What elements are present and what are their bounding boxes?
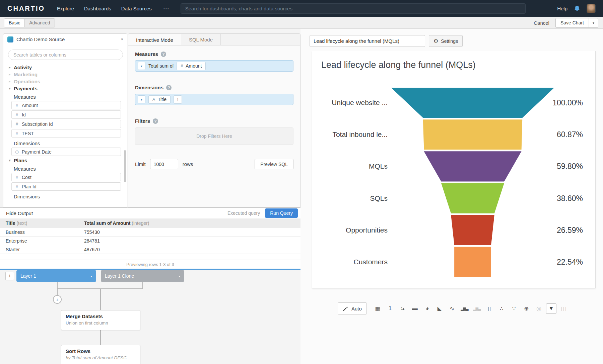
mode-bar: Basic Advanced Cancel Save Chart ▾ xyxy=(0,17,603,29)
table-row[interactable]: Enterprise284781 xyxy=(0,237,300,245)
table-search-input[interactable] xyxy=(8,50,123,60)
nav-dashboards[interactable]: Dashboards xyxy=(84,6,111,11)
heatmap-chart-icon: ◫ xyxy=(558,303,569,314)
layer-tab-layer-1[interactable]: Layer 1 ▾ xyxy=(16,270,96,282)
chevron-down-icon[interactable]: ▾ xyxy=(179,274,180,278)
settings-button[interactable]: ⚙ Settings xyxy=(429,35,463,47)
tree-item-id[interactable]: #Id xyxy=(11,110,121,119)
help-icon[interactable]: ? xyxy=(161,52,166,57)
tree-item-label: Amount xyxy=(22,103,38,108)
table-row[interactable]: Business755430 xyxy=(0,228,300,237)
chevron-right-icon: ▸ xyxy=(8,79,11,84)
dimension-field-name: Title xyxy=(158,97,166,102)
funnel-segment-6[interactable] xyxy=(454,247,491,277)
scrollbar[interactable] xyxy=(124,150,126,182)
cancel-button[interactable]: Cancel xyxy=(534,20,549,26)
chevron-down-icon[interactable]: ▾ xyxy=(90,274,92,278)
step-sort-rows[interactable]: Sort Rows by Total sum of Amount DESC xyxy=(61,345,140,364)
tree-item-amount[interactable]: #Amount xyxy=(11,101,121,109)
help-icon[interactable]: ? xyxy=(166,85,172,90)
dimension-pill[interactable]: ▾ A Title ↑ xyxy=(135,94,293,105)
funnel-segment-2[interactable] xyxy=(423,119,522,150)
nav-data-sources[interactable]: Data Sources xyxy=(121,6,152,11)
tree-group-marketing[interactable]: ▸Marketing xyxy=(3,71,127,78)
limit-input[interactable] xyxy=(150,159,178,169)
tree-section-label: Measures xyxy=(3,92,127,101)
save-chart-button[interactable]: Save Chart xyxy=(556,18,589,27)
run-query-button[interactable]: Run Query xyxy=(265,208,298,218)
step-merge-datasets[interactable]: Merge Datasets Union on first column xyxy=(61,310,140,330)
tree-item-subscription-id[interactable]: #Subscription Id xyxy=(11,120,121,128)
aggregation-label[interactable]: Total sum of xyxy=(148,63,174,69)
help-icon[interactable]: ? xyxy=(153,118,158,124)
map-chart-icon[interactable]: ⊕ xyxy=(521,303,532,314)
bullet-chart-icon[interactable]: ▬ xyxy=(410,303,420,314)
mode-toggle: Basic Advanced xyxy=(4,18,55,27)
dimension-field-token[interactable]: A Title xyxy=(148,95,171,104)
column-chart-icon[interactable]: ▂▆▃ xyxy=(459,303,470,314)
step-title: Merge Datasets xyxy=(66,313,136,319)
cell-value: 487670 xyxy=(84,247,300,252)
chevron-down-icon: ▾ xyxy=(8,86,11,91)
tree-group-payments[interactable]: ▾Payments xyxy=(3,85,127,92)
help-link[interactable]: Help xyxy=(557,6,567,11)
tree-item-plan-id[interactable]: #Plan Id xyxy=(11,182,121,191)
auto-chart-button[interactable]: Auto xyxy=(338,302,367,314)
filters-drop-zone[interactable]: Drop Filters Here xyxy=(135,127,293,145)
preview-sql-button[interactable]: Preview SQL xyxy=(255,159,293,169)
tree-item-test[interactable]: #TEST xyxy=(11,129,121,138)
chart-preview-panel: ⚙ Settings Lead lifecycle along the funn… xyxy=(300,29,603,364)
bubble-chart-icon[interactable]: ∵ xyxy=(509,303,519,314)
chart-card: Lead lifecycle along the funnel (MQLs) U… xyxy=(312,51,596,288)
tree-item-label: Id xyxy=(22,112,26,117)
advanced-mode-button[interactable]: Advanced xyxy=(25,19,54,27)
line-chart-icon[interactable]: ∿ xyxy=(447,303,457,314)
chevron-down-icon[interactable]: ▾ xyxy=(138,95,145,103)
global-search-input[interactable] xyxy=(181,3,526,14)
measure-field-token[interactable]: # Amount xyxy=(177,62,206,70)
single-value-indicator-chart-icon[interactable]: 1▴ xyxy=(397,303,408,314)
sort-ascending-icon[interactable]: ↑ xyxy=(174,95,182,104)
hide-output-link[interactable]: Hide Output xyxy=(6,210,33,216)
chevron-down-icon[interactable]: ▾ xyxy=(138,62,145,70)
add-step-button[interactable]: + xyxy=(53,295,62,304)
area-chart-icon[interactable]: ◣ xyxy=(434,303,445,314)
avatar[interactable] xyxy=(587,4,596,13)
scatter-chart-icon[interactable]: ∴ xyxy=(496,303,507,314)
chevron-right-icon: ▸ xyxy=(8,65,11,70)
basic-mode-button[interactable]: Basic xyxy=(4,19,25,27)
filters-label-row: Filters ? xyxy=(135,118,293,124)
pie-chart-icon[interactable]: ◕ xyxy=(422,303,432,314)
limit-row: Limit rows Preview SQL xyxy=(135,159,293,169)
gauge-chart-icon[interactable]: ▯ xyxy=(484,303,494,314)
funnel-segment-4[interactable] xyxy=(441,183,504,213)
notifications-bell-icon[interactable] xyxy=(574,5,581,12)
app-root: CHARTIO Explore Dashboards Data Sources … xyxy=(0,0,603,364)
layer-tab-layer-1-clone[interactable]: Layer 1 Clone ▾ xyxy=(101,270,184,282)
single-value-chart-icon[interactable]: 1 xyxy=(385,303,395,314)
tree-group-activity[interactable]: ▸Activity xyxy=(3,64,127,71)
funnel-percent-label: 59.80% xyxy=(557,162,583,171)
chart-title-input[interactable] xyxy=(310,35,425,47)
table-chart-icon[interactable]: ▦ xyxy=(373,303,383,314)
measure-pill[interactable]: ▾ Total sum of # Amount xyxy=(135,60,293,72)
table-row[interactable]: Starter487670 xyxy=(0,245,300,254)
funnel-segment-1[interactable] xyxy=(391,88,554,118)
funnel-stage-label: Opportunities xyxy=(346,226,388,234)
source-selector[interactable]: Chartio Demo Source ▾ xyxy=(3,34,127,45)
funnel-chart-icon[interactable]: ▼ xyxy=(546,303,556,314)
chevron-down-icon[interactable]: ▾ xyxy=(589,18,598,27)
tab-interactive-mode[interactable]: Interactive Mode xyxy=(128,34,181,46)
funnel-segment-3[interactable] xyxy=(424,151,521,181)
funnel-segment-5[interactable] xyxy=(451,215,494,245)
add-layer-button[interactable]: + xyxy=(5,272,14,280)
nav-explore[interactable]: Explore xyxy=(57,6,74,11)
tree-group-operations[interactable]: ▸Operations xyxy=(3,78,127,85)
tree-group-plans[interactable]: ▾Plans xyxy=(3,157,127,164)
more-menu-icon[interactable]: ⋯ xyxy=(163,5,169,12)
tab-sql-mode[interactable]: SQL Mode xyxy=(181,34,221,45)
query-mode-tabs: Interactive Mode SQL Mode xyxy=(128,34,300,46)
chartio-logo[interactable]: CHARTIO xyxy=(7,5,45,12)
tree-item-cost[interactable]: #Cost xyxy=(11,173,121,181)
tree-item-payment-date[interactable]: ◷Payment Date xyxy=(11,148,121,156)
